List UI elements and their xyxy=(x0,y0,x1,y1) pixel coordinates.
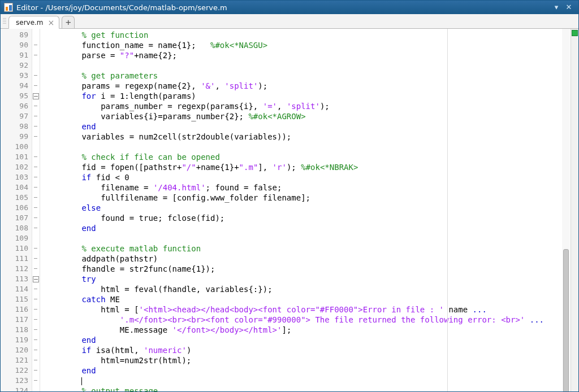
fold-guide xyxy=(32,264,40,274)
fold-guide xyxy=(32,203,40,213)
line-number[interactable]: 89 xyxy=(1,30,32,40)
fold-guide xyxy=(32,121,40,132)
fold-guide xyxy=(32,223,40,233)
fold-guide xyxy=(32,50,40,60)
fold-guide xyxy=(32,132,40,142)
line-number[interactable]: 93 xyxy=(1,71,32,81)
line-number[interactable]: 99 xyxy=(1,132,32,142)
fold-guide xyxy=(32,71,40,81)
fold-guide xyxy=(32,152,40,162)
line-number[interactable]: 117 xyxy=(1,315,32,325)
tab-close-icon[interactable]: × xyxy=(48,19,55,27)
fold-guide xyxy=(32,213,40,223)
fold-guide xyxy=(32,376,40,386)
line-number[interactable]: 111 xyxy=(1,254,32,264)
line-number[interactable]: 108 xyxy=(1,223,32,233)
line-number[interactable]: 104 xyxy=(1,182,32,193)
line-number[interactable]: 98 xyxy=(1,121,32,132)
print-margin xyxy=(447,29,448,391)
fold-guide xyxy=(32,325,40,335)
editor-pane: 8990919293949596979899100101102103104105… xyxy=(1,29,578,391)
line-number[interactable]: 124 xyxy=(1,386,32,391)
fold-guide xyxy=(32,162,40,172)
fold-guide xyxy=(32,172,40,182)
vertical-scrollbar[interactable] xyxy=(562,29,570,391)
titlebar[interactable]: Editor - /Users/joy/Documents/Code/matla… xyxy=(1,1,578,14)
fold-guide xyxy=(32,101,40,111)
line-number[interactable]: 122 xyxy=(1,365,32,376)
line-number[interactable]: 100 xyxy=(1,142,32,152)
fold-guide xyxy=(32,345,40,355)
message-bar[interactable] xyxy=(571,29,578,391)
window-title: Editor - /Users/joy/Documents/Code/matla… xyxy=(16,3,550,12)
fold-guide xyxy=(32,111,40,121)
line-number[interactable]: 90 xyxy=(1,40,32,50)
fold-guide xyxy=(32,284,40,294)
code-text[interactable]: % get function function_name = name{1}; … xyxy=(40,29,578,391)
tab-strip: serve.m × + xyxy=(1,14,578,29)
line-number[interactable]: 121 xyxy=(1,355,32,365)
line-number[interactable]: 114 xyxy=(1,284,32,294)
line-number[interactable]: 119 xyxy=(1,335,32,345)
text-cursor xyxy=(81,377,82,385)
line-number[interactable]: 97 xyxy=(1,111,32,121)
minimize-icon[interactable]: ▾ xyxy=(550,2,563,12)
line-number[interactable]: 102 xyxy=(1,162,32,172)
tab-label: serve.m xyxy=(16,19,44,27)
fold-guide xyxy=(32,233,40,243)
line-number[interactable]: 113 xyxy=(1,274,32,284)
app-icon xyxy=(4,3,13,12)
fold-guide xyxy=(32,254,40,264)
fold-guide xyxy=(32,304,40,315)
fold-guide xyxy=(32,355,40,365)
line-number-gutter[interactable]: 8990919293949596979899100101102103104105… xyxy=(1,29,32,391)
line-number[interactable]: 96 xyxy=(1,101,32,111)
line-number[interactable]: 110 xyxy=(1,243,32,254)
fold-guide xyxy=(32,182,40,193)
line-number[interactable]: 101 xyxy=(1,152,32,162)
line-number[interactable]: 106 xyxy=(1,203,32,213)
close-icon[interactable]: ✕ xyxy=(563,2,575,12)
fold-guide xyxy=(32,335,40,345)
fold-guide xyxy=(32,40,40,50)
fold-guide xyxy=(32,294,40,304)
fold-guide xyxy=(32,60,40,71)
line-number[interactable]: 107 xyxy=(1,213,32,223)
fold-guide xyxy=(32,386,40,391)
code-area[interactable]: % get function function_name = name{1}; … xyxy=(40,29,578,391)
line-number[interactable]: 95 xyxy=(1,91,32,101)
line-number[interactable]: 105 xyxy=(1,193,32,203)
line-number[interactable]: 120 xyxy=(1,345,32,355)
fold-toggle-icon[interactable] xyxy=(32,91,40,101)
fold-gutter[interactable] xyxy=(32,29,40,391)
line-number[interactable]: 94 xyxy=(1,81,32,91)
line-number[interactable]: 92 xyxy=(1,60,32,71)
tab-serve-m[interactable]: serve.m × xyxy=(8,16,59,29)
line-number[interactable]: 91 xyxy=(1,50,32,60)
fold-guide xyxy=(32,365,40,376)
line-number[interactable]: 109 xyxy=(1,233,32,243)
fold-guide xyxy=(32,30,40,40)
fold-guide xyxy=(32,142,40,152)
line-number[interactable]: 118 xyxy=(1,325,32,335)
line-number[interactable]: 103 xyxy=(1,172,32,182)
fold-toggle-icon[interactable] xyxy=(32,274,40,284)
code-ok-indicator xyxy=(572,30,578,36)
scrollbar-thumb[interactable] xyxy=(563,249,569,391)
line-number[interactable]: 112 xyxy=(1,264,32,274)
new-tab-button[interactable]: + xyxy=(62,16,75,28)
line-number[interactable]: 115 xyxy=(1,294,32,304)
fold-guide xyxy=(32,315,40,325)
fold-guide xyxy=(32,81,40,91)
editor-window: Editor - /Users/joy/Documents/Code/matla… xyxy=(0,0,579,392)
fold-guide xyxy=(32,193,40,203)
fold-guide xyxy=(32,243,40,254)
line-number[interactable]: 116 xyxy=(1,304,32,315)
line-number[interactable]: 123 xyxy=(1,376,32,386)
